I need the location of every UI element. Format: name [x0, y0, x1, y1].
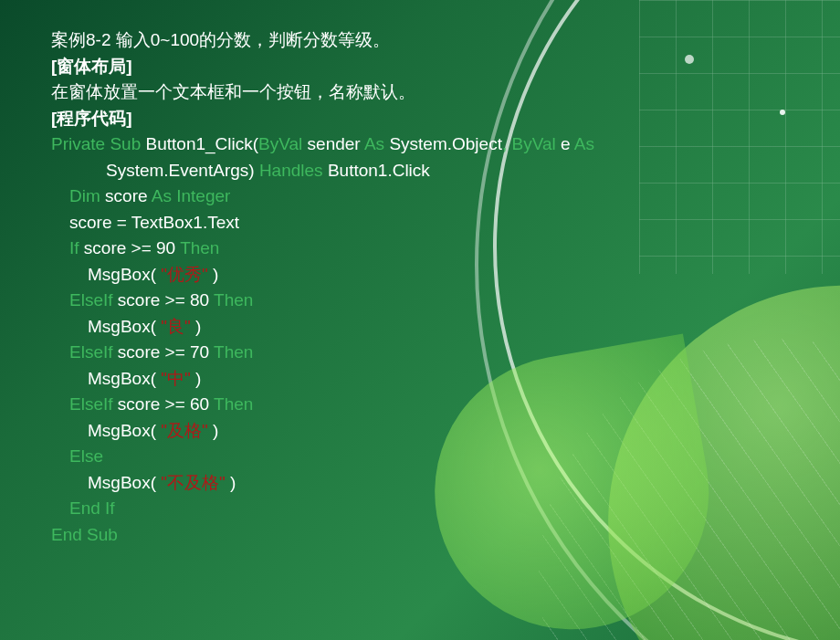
section-heading-layout: [窗体布局]	[51, 54, 840, 80]
keyword: As Integer	[152, 186, 231, 205]
code-text: sender	[302, 134, 364, 153]
code-line: End Sub	[51, 522, 840, 549]
layout-description: 在窗体放置一个文本框和一个按钮，名称默认。	[51, 79, 840, 106]
code-text: )	[226, 473, 236, 492]
code-text: ,	[502, 134, 512, 153]
code-text: e	[556, 134, 574, 153]
code-text: MsgBox(	[88, 317, 161, 336]
keyword: Then	[214, 394, 253, 414]
code-line: MsgBox( "不及格" )	[51, 470, 840, 497]
code-line: Dim score As Integer	[51, 184, 840, 210]
code-block: Private Sub Button1_Click(ByVal sender A…	[51, 131, 840, 548]
keyword: If	[69, 238, 79, 257]
code-line: score = TextBox1.Text	[51, 210, 840, 236]
keyword: ByVal	[258, 134, 302, 153]
code-text: score >= 70	[113, 342, 215, 362]
code-text: System.EventArgs)	[106, 161, 259, 180]
code-text: MsgBox(	[88, 369, 161, 388]
keyword: ElseIf	[69, 394, 113, 414]
code-text: )	[191, 317, 202, 336]
case-title: 案例8-2 输入0~100的分数，判断分数等级。	[51, 27, 840, 54]
code-line: ElseIf score >= 60 Then	[51, 392, 840, 418]
code-text: MsgBox(	[88, 473, 161, 492]
code-text: MsgBox(	[88, 421, 161, 440]
keyword: ElseIf	[69, 342, 113, 362]
code-text: Button1.Click	[323, 161, 430, 180]
keyword: ElseIf	[69, 290, 113, 310]
keyword: Private Sub	[51, 134, 141, 153]
code-text: )	[208, 421, 219, 440]
string-literal: "中"	[161, 369, 191, 388]
keyword: As	[574, 134, 594, 153]
code-line: System.EventArgs) Handles Button1.Click	[51, 158, 840, 184]
string-literal: "不及格"	[161, 473, 226, 492]
code-text: score >= 80	[113, 290, 215, 310]
code-text: )	[208, 265, 219, 284]
code-line: End If	[51, 496, 840, 522]
keyword: Then	[214, 290, 253, 310]
code-text: System.Object	[384, 134, 502, 153]
code-text: score	[100, 186, 152, 205]
code-text: )	[191, 369, 202, 388]
code-line: MsgBox( "优秀" )	[51, 262, 840, 289]
code-line: MsgBox( "中" )	[51, 366, 840, 393]
keyword: Dim	[69, 186, 100, 205]
keyword: ByVal	[512, 134, 556, 153]
keyword: Then	[214, 342, 253, 362]
string-literal: "优秀"	[161, 265, 208, 284]
code-text: score >= 60	[113, 394, 215, 414]
code-line: Private Sub Button1_Click(ByVal sender A…	[51, 131, 840, 158]
slide-content: 案例8-2 输入0~100的分数，判断分数等级。 [窗体布局] 在窗体放置一个文…	[0, 0, 840, 548]
keyword: As	[364, 134, 384, 153]
code-text: Button1_Click(	[141, 134, 258, 153]
string-literal: "良"	[161, 317, 191, 336]
code-text: MsgBox(	[88, 265, 161, 284]
code-line: MsgBox( "及格" )	[51, 418, 840, 445]
keyword: Then	[180, 238, 219, 257]
code-line: ElseIf score >= 70 Then	[51, 340, 840, 366]
keyword: Handles	[259, 161, 323, 180]
code-line: MsgBox( "良" )	[51, 314, 840, 341]
code-text: score >= 90	[79, 238, 181, 257]
code-line: ElseIf score >= 80 Then	[51, 288, 840, 314]
string-literal: "及格"	[161, 421, 208, 440]
code-line: If score >= 90 Then	[51, 236, 840, 262]
section-heading-code: [程序代码]	[51, 106, 840, 132]
code-line: Else	[51, 444, 840, 470]
